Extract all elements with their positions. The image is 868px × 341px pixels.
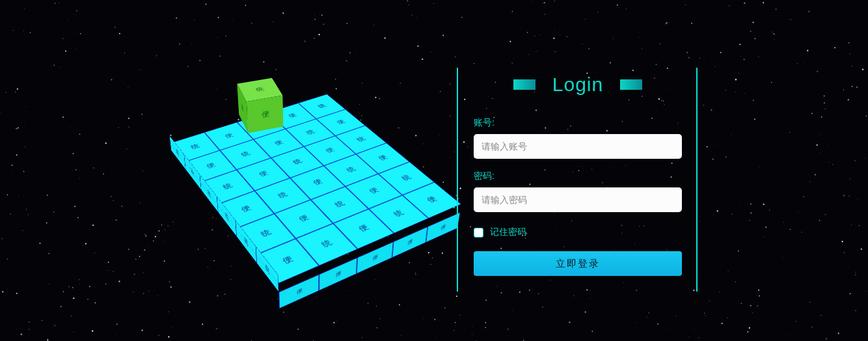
username-input[interactable] — [474, 134, 682, 159]
floating-cube: 统 便 便 — [238, 94, 283, 118]
login-panel: Login 账号: 密码: 记住密码 立即登录 — [457, 68, 698, 292]
cube-front-face: 便 — [247, 96, 284, 133]
login-title: Login — [552, 74, 603, 96]
header-accent-right — [620, 79, 642, 90]
remember-checkbox[interactable] — [474, 228, 483, 238]
prism-top-grid: 统便统便统便统便统便统便统便统便统便统便统便统便统便统便统便 — [170, 94, 461, 284]
decor-3d-scene: 统便统便统便统便统便统便统便统便统便统便统便统便统便统便统便 便便便便便 统统统… — [210, 62, 405, 297]
login-submit-button[interactable]: 立即登录 — [474, 251, 682, 276]
remember-row[interactable]: 记住密码 — [474, 226, 682, 238]
password-label: 密码: — [474, 170, 682, 182]
header-accent-left — [513, 79, 536, 90]
username-label: 账号: — [474, 117, 682, 129]
grid-prism: 统便统便统便统便统便统便统便统便统便统便统便统便统便统便统便 便便便便便 统统统… — [171, 102, 460, 292]
remember-label: 记住密码 — [490, 226, 526, 238]
login-header: Login — [458, 68, 698, 102]
password-input[interactable] — [474, 187, 682, 212]
